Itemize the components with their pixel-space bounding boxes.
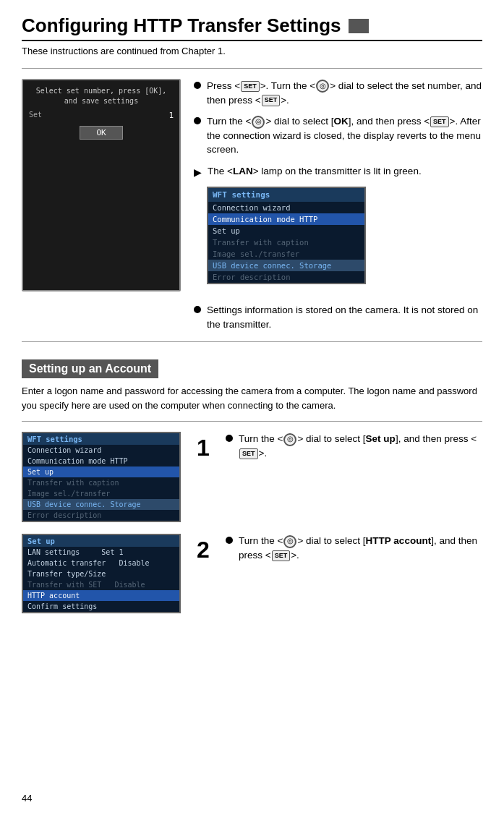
- wft-item-4: Transfer with caption: [208, 237, 364, 248]
- dial-icon-2: ◎: [252, 116, 265, 129]
- set-btn-2: SET: [262, 95, 281, 106]
- step2-item-1: LAN settings Set 1: [23, 547, 179, 558]
- section-description: Enter a logon name and password for acce…: [22, 384, 482, 412]
- step-number-1: 1: [192, 432, 214, 522]
- step2-item-3: Transfer type/Size: [23, 568, 179, 579]
- set-btn-1: SET: [241, 81, 260, 92]
- section-heading: Setting up an Account: [22, 359, 158, 378]
- bullet-text-arrow: The <LAN> lamp on the transmitter is lit…: [208, 164, 482, 179]
- setup-screen-step2: Set up LAN settings Set 1 Automatic tran…: [22, 534, 181, 613]
- set-btn-step2: SET: [272, 550, 291, 561]
- title-icon: [349, 19, 369, 33]
- arrow-icon-1: ▶: [194, 165, 202, 179]
- step2-item-2: Automatic transfer Disable: [23, 558, 179, 568]
- divider-top: [22, 68, 482, 69]
- step1-item-6: USB device connec. Storage: [23, 499, 179, 510]
- wft-item-6: USB device connec. Storage: [208, 260, 364, 271]
- top-section: Select set number, press [OK],and save s…: [22, 79, 482, 291]
- wft-item-5: Image sel./transfer: [208, 248, 364, 260]
- step2-bullet-text: Turn the <◎> dial to select [HTTP accoun…: [239, 534, 482, 562]
- page-title: Configuring HTTP Transfer Settings: [22, 14, 482, 41]
- step1-item-5: Image sel./transfer: [23, 488, 179, 499]
- wft-title-top: WFT settings: [208, 188, 364, 202]
- step-1-screen: WFT settings Connection wizard Communica…: [22, 432, 181, 522]
- bullet-1: Press <SET>. Turn the <◎> dial to select…: [194, 79, 482, 107]
- step2-bullet: Turn the <◎> dial to select [HTTP accoun…: [226, 534, 482, 562]
- wft-screen-top: WFT settings Connection wizard Communica…: [207, 187, 366, 284]
- bottom-bullet-text: Settings information is stored on the ca…: [207, 303, 482, 331]
- set-btn-step1: SET: [239, 448, 258, 459]
- top-bullets: Press <SET>. Turn the <◎> dial to select…: [194, 79, 482, 291]
- title-text: Configuring HTTP Transfer Settings: [22, 14, 341, 37]
- bullet-dot-2: [194, 117, 201, 124]
- bullet-arrow-1: ▶ The <LAN> lamp on the transmitter is l…: [194, 164, 482, 179]
- step2-screen-title: Set up: [23, 535, 179, 547]
- first-screen-label: Set: [29, 111, 42, 120]
- step-1: WFT settings Connection wizard Communica…: [22, 432, 482, 522]
- step-2: Set up LAN settings Set 1 Automatic tran…: [22, 534, 482, 613]
- bullet-2: Turn the <◎> dial to select [OK], and th…: [194, 114, 482, 157]
- divider-section: [22, 421, 482, 422]
- first-screen-value: 1: [168, 111, 174, 120]
- step1-item-2: Communication mode HTTP: [23, 456, 179, 466]
- bullet-text-2: Turn the <◎> dial to select [OK], and th…: [207, 114, 482, 157]
- divider-mid: [22, 341, 482, 342]
- step1-item-1: Connection wizard: [23, 445, 179, 456]
- step1-item-4: Transfer with caption: [23, 477, 179, 488]
- dial-icon-step2: ◎: [283, 535, 296, 548]
- step-2-screen: Set up LAN settings Set 1 Automatic tran…: [22, 534, 181, 613]
- wft-item-3: Set up: [208, 225, 364, 237]
- step2-bullet-dot: [226, 537, 233, 544]
- bottom-bullet: Settings information is stored on the ca…: [194, 303, 482, 331]
- bullet-dot-1: [194, 82, 201, 89]
- wft-item-1: Connection wizard: [208, 202, 364, 213]
- step2-item-6: Confirm settings: [23, 601, 179, 612]
- step1-bullet: Turn the <◎> dial to select [Set up], an…: [226, 432, 482, 460]
- set-btn-3: SET: [430, 116, 449, 127]
- step-1-content: Turn the <◎> dial to select [Set up], an…: [226, 432, 482, 522]
- wft-item-2: Communication mode HTTP: [208, 213, 364, 225]
- dial-icon-step1: ◎: [283, 433, 296, 446]
- step2-item-4: Transfer with SET Disable: [23, 579, 179, 590]
- step1-screen-title: WFT settings: [23, 433, 179, 445]
- first-screen-row: Set 1: [29, 111, 174, 120]
- page-number: 44: [22, 793, 32, 804]
- first-screen: Select set number, press [OK],and save s…: [22, 79, 181, 291]
- step1-bullet-text: Turn the <◎> dial to select [Set up], an…: [239, 432, 482, 460]
- step-number-2: 2: [192, 534, 214, 613]
- step1-bullet-dot: [226, 435, 233, 442]
- dial-icon-1: ◎: [316, 80, 329, 93]
- wft-screen-step1: WFT settings Connection wizard Communica…: [22, 432, 181, 522]
- step2-item-5: HTTP account: [23, 590, 179, 601]
- first-screen-btn: OK: [80, 126, 123, 140]
- page-subtitle: These instructions are continued from Ch…: [22, 46, 482, 56]
- wft-item-7: Error description: [208, 271, 364, 283]
- step1-item-3: Set up: [23, 466, 179, 477]
- step-2-content: Turn the <◎> dial to select [HTTP accoun…: [226, 534, 482, 613]
- bullet-text-1: Press <SET>. Turn the <◎> dial to select…: [207, 79, 482, 107]
- bullet-dot-bottom: [194, 306, 201, 313]
- first-screen-line1: Select set number, press [OK],and save s…: [29, 86, 174, 106]
- step1-item-7: Error description: [23, 510, 179, 521]
